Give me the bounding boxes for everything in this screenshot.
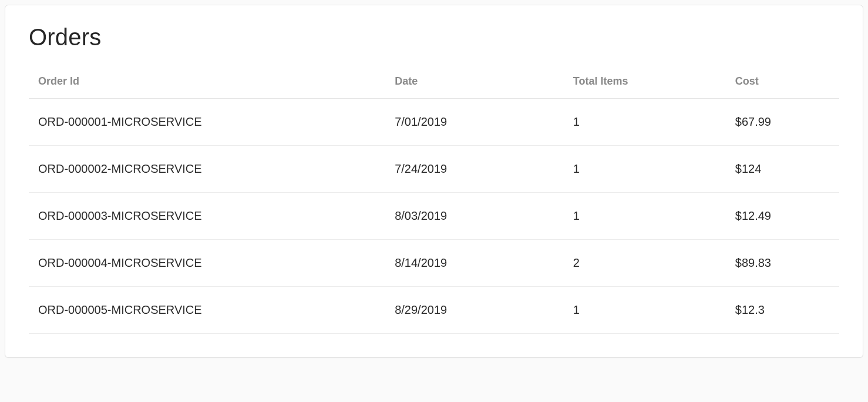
table-row[interactable]: ORD-000003-MICROSERVICE 8/03/2019 1 $12.…	[29, 193, 839, 240]
cell-date: 8/29/2019	[385, 287, 564, 334]
cell-cost: $12.3	[726, 287, 839, 334]
cell-total-items: 1	[564, 287, 726, 334]
cell-order-id: ORD-000002-MICROSERVICE	[29, 146, 385, 193]
card-title: Orders	[29, 24, 839, 51]
table-row[interactable]: ORD-000001-MICROSERVICE 7/01/2019 1 $67.…	[29, 99, 839, 146]
cell-total-items: 2	[564, 240, 726, 287]
header-order-id: Order Id	[29, 67, 385, 99]
cell-order-id: ORD-000001-MICROSERVICE	[29, 99, 385, 146]
cell-total-items: 1	[564, 193, 726, 240]
header-date: Date	[385, 67, 564, 99]
cell-total-items: 1	[564, 99, 726, 146]
header-cost: Cost	[726, 67, 839, 99]
cell-cost: $89.83	[726, 240, 839, 287]
table-row[interactable]: ORD-000004-MICROSERVICE 8/14/2019 2 $89.…	[29, 240, 839, 287]
cell-total-items: 1	[564, 146, 726, 193]
table-header-row: Order Id Date Total Items Cost	[29, 67, 839, 99]
cell-cost: $124	[726, 146, 839, 193]
orders-table: Order Id Date Total Items Cost ORD-00000…	[29, 67, 839, 334]
cell-date: 7/24/2019	[385, 146, 564, 193]
cell-order-id: ORD-000003-MICROSERVICE	[29, 193, 385, 240]
cell-order-id: ORD-000004-MICROSERVICE	[29, 240, 385, 287]
cell-cost: $67.99	[726, 99, 839, 146]
table-row[interactable]: ORD-000002-MICROSERVICE 7/24/2019 1 $124	[29, 146, 839, 193]
cell-date: 8/14/2019	[385, 240, 564, 287]
header-total-items: Total Items	[564, 67, 726, 99]
cell-cost: $12.49	[726, 193, 839, 240]
cell-order-id: ORD-000005-MICROSERVICE	[29, 287, 385, 334]
table-row[interactable]: ORD-000005-MICROSERVICE 8/29/2019 1 $12.…	[29, 287, 839, 334]
orders-card: Orders Order Id Date Total Items Cost OR…	[5, 5, 863, 358]
cell-date: 8/03/2019	[385, 193, 564, 240]
cell-date: 7/01/2019	[385, 99, 564, 146]
